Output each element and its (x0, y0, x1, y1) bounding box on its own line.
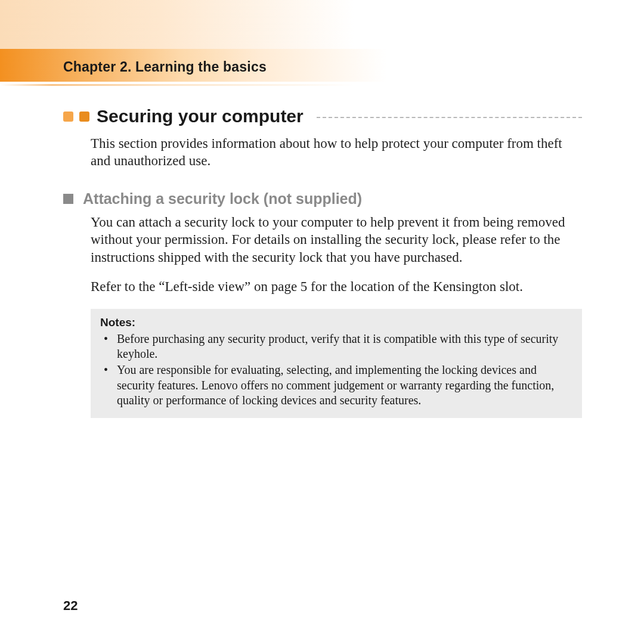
subsection-heading-row: Attaching a security lock (not supplied) (63, 190, 582, 208)
notes-item: You are responsible for evaluating, sele… (117, 363, 572, 408)
section-heading-row: Securing your computer (63, 106, 582, 126)
notes-list: Before purchasing any security product, … (100, 332, 572, 408)
subsection-paragraph-1: You can attach a security lock to your c… (91, 213, 582, 266)
page-content: Securing your computer This section prov… (63, 101, 582, 418)
square-bullet-icon (63, 194, 73, 204)
banner-gradient-top (0, 0, 644, 49)
section-title: Securing your computer (95, 106, 307, 126)
header-banner: Chapter 2. Learning the basics (0, 0, 644, 95)
notes-item: Before purchasing any security product, … (117, 332, 572, 362)
chapter-title: Chapter 2. Learning the basics (63, 59, 267, 75)
notes-label: Notes: (100, 316, 572, 329)
square-bullet-icon (63, 112, 73, 122)
subsection-paragraph-2: Refer to the “Left-side view” on page 5 … (91, 278, 582, 295)
page-number: 22 (63, 598, 78, 614)
subsection-title: Attaching a security lock (not supplied) (83, 190, 362, 208)
notes-box: Notes: Before purchasing any security pr… (91, 309, 582, 418)
square-bullet-icon (79, 112, 89, 122)
section-intro-paragraph: This section provides information about … (91, 135, 582, 170)
heading-dashed-rule (317, 117, 582, 118)
banner-underline (0, 84, 644, 86)
